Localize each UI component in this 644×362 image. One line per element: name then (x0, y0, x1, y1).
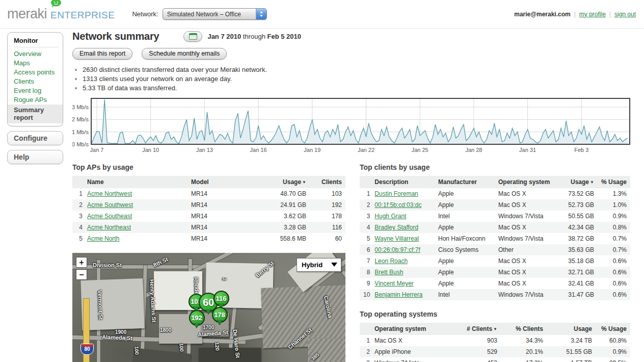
cell: 31.47 GB (556, 289, 598, 300)
column-header-operating-system[interactable]: Operating system (495, 176, 556, 188)
column-header-clients[interactable]: Clients (310, 176, 345, 188)
map-type-selector[interactable]: Hybrid (297, 258, 341, 272)
client-link[interactable]: Leon Roach (374, 257, 408, 265)
rank-column-header (72, 176, 84, 188)
ap-link[interactable]: Acme North (87, 235, 119, 242)
cell: Mac OS X (495, 199, 556, 211)
cell: 0.9% (598, 211, 630, 222)
table-row: 3Acme SoutheastMR143.62 GB178 (72, 211, 345, 222)
table-row: 3Windows 7/Vista45317.2%1.57 TB29.5% (360, 357, 630, 362)
cell: 3.62 GB (254, 211, 310, 222)
network-select[interactable]: Simulated Network – Office (163, 8, 267, 20)
table-row: 3Hugh GrantIntelWindows 7/Vista50.55 GB0… (360, 211, 630, 222)
sidebar-item[interactable]: Rogue APs (8, 95, 63, 105)
sidebar-item[interactable]: Clients (8, 77, 63, 86)
network-select-value: Simulated Network – Office (163, 11, 256, 18)
column-header-usage[interactable]: Usage▼ (556, 176, 598, 188)
cell: 32.71 GB (556, 267, 598, 278)
sidebar-item-maps[interactable]: Maps (14, 59, 30, 67)
client-link[interactable]: 00:1f:5b:cd:03:dc (374, 201, 421, 209)
row-rank: 9 (360, 278, 371, 289)
summary-bullet: 1313 clients used your network on an ave… (83, 75, 631, 83)
cell: 35.18 GB (556, 255, 598, 267)
ap-link[interactable]: Acme Northwest (87, 190, 132, 197)
cell: Apple (435, 199, 495, 211)
sidebar-item[interactable]: Access points (8, 68, 63, 77)
cell: Mac OS X (495, 255, 556, 267)
top-os-table: Operating system# Clients▼% ClientsUsage… (360, 323, 630, 362)
client-link[interactable]: Vincent Meyer (374, 280, 413, 287)
column-header--usage[interactable]: % Usage (598, 176, 630, 188)
client-link[interactable]: 00:26:0b:97:cf:7f (374, 246, 420, 253)
sidebar-item-overview[interactable]: Overview (14, 50, 41, 58)
logo-wordmark: meraki (7, 6, 47, 22)
ap-link[interactable]: Acme Northeast (87, 224, 131, 231)
client-link[interactable]: Dustin Foreman (374, 190, 418, 197)
svg-text:Jan 22: Jan 22 (358, 147, 374, 153)
help-button[interactable]: Help (7, 150, 63, 164)
ap-location-map[interactable]: 80 + − Hybrid Google Division St8th StVe… (72, 253, 345, 362)
sidebar-item-access-points[interactable]: Access points (14, 68, 55, 76)
zoom-out-button[interactable]: − (76, 269, 87, 280)
column-header--clients[interactable]: # Clients▼ (456, 323, 501, 335)
cell: Apple (435, 222, 495, 233)
map-marker-clients-192[interactable]: 192 (189, 310, 205, 326)
map-marker-clients-116[interactable]: 116 (213, 291, 229, 306)
cell: Apple (435, 255, 495, 267)
cell: 0.6% (598, 267, 630, 278)
cell: 60.8% (596, 335, 630, 346)
sidebar-item-rogue-aps[interactable]: Rogue APs (14, 96, 47, 104)
sidebar-item-event-log[interactable]: Event log (14, 87, 41, 94)
sidebar-item-clients[interactable]: Clients (14, 77, 34, 85)
column-header-usage[interactable]: Usage (547, 323, 596, 335)
column-header--clients[interactable]: % Clients (501, 323, 547, 335)
cell: 0.6% (598, 255, 630, 267)
street-label: 1700 (203, 325, 214, 330)
sidebar-item[interactable]: Overview (8, 49, 63, 59)
client-link[interactable]: Wayne Villarreal (374, 235, 419, 242)
column-header-usage[interactable]: Usage▼ (254, 176, 310, 188)
cell-link: Acme Northeast (84, 222, 187, 233)
column-header-operating-system[interactable]: Operating system (371, 323, 456, 335)
cell: Mac OS X (495, 188, 556, 199)
divider (14, 47, 59, 47)
cell: 3.28 GB (254, 222, 310, 233)
client-link[interactable]: Benjamin Herrera (374, 291, 422, 298)
sidebar-item-summary-report-selected[interactable]: Summary report (8, 105, 63, 123)
column-header-name[interactable]: Name (84, 176, 187, 188)
clients-section-title: Top clients by usage (360, 163, 630, 171)
table-row: 600:26:0b:97:cf:7fCisco SystemsOther35.6… (360, 244, 630, 255)
zoom-in-button[interactable]: + (76, 257, 87, 268)
ap-link[interactable]: Acme Southeast (87, 213, 132, 220)
map-marker-clients-178[interactable]: 178 (212, 307, 228, 323)
client-link[interactable]: Brett Bush (374, 269, 403, 276)
client-link[interactable]: Bradley Stafford (374, 224, 418, 231)
cell: 0.8% (598, 222, 630, 233)
map-type-label: Hybrid (302, 261, 323, 269)
row-rank: 5 (360, 233, 371, 244)
column-header-model[interactable]: Model (187, 176, 254, 188)
table-row: 1Mac OS X90334.3%3.24 TB60.8% (360, 335, 630, 346)
cell-link: Bradley Stafford (371, 222, 435, 233)
column-header-manufacturer[interactable]: Manufacturer (435, 176, 495, 188)
column-header-description[interactable]: Description (371, 176, 435, 188)
sign-out-link[interactable]: sign out (614, 11, 636, 18)
configure-button[interactable]: Configure (7, 131, 63, 145)
schedule-emails-button[interactable]: Schedule monthly emails (142, 48, 227, 60)
svg-text:3 Mb/s: 3 Mb/s (72, 104, 89, 110)
cell-link: 00:1f:5b:cd:03:dc (371, 199, 435, 211)
table-row: 7Leon RoachAppleMac OS X35.18 GB0.6% (360, 255, 630, 267)
ap-link[interactable]: Acme Southwest (87, 201, 133, 209)
email-report-button[interactable]: Email this report (72, 48, 132, 60)
top-aps-table: NameModelUsage▼Clients1Acme NorthwestMR1… (72, 176, 345, 244)
street-label: 100 (133, 346, 140, 355)
my-profile-link[interactable]: my profile (579, 11, 606, 18)
main-content: Network summary Jan 7 2010 through Feb 5… (72, 31, 631, 362)
calendar-button[interactable] (183, 31, 202, 42)
client-link[interactable]: Hugh Grant (374, 213, 406, 220)
cell: Apple (435, 278, 495, 289)
cell-link: Acme Southeast (84, 211, 187, 222)
column-header--usage[interactable]: % Usage (596, 323, 630, 335)
sidebar-item[interactable]: Maps (8, 59, 63, 68)
sidebar-item[interactable]: Event log (8, 86, 63, 95)
